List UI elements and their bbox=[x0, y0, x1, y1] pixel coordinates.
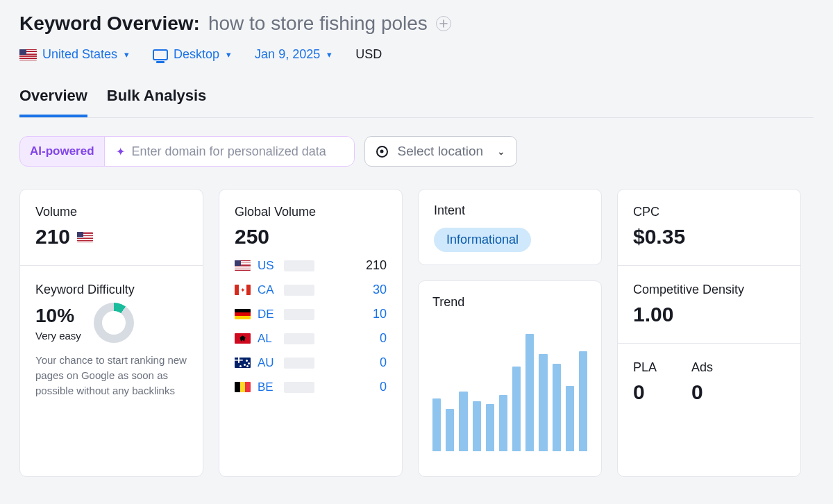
location-select-placeholder: Select location bbox=[398, 144, 484, 159]
keyword-difficulty-description: Your chance to start ranking new pages o… bbox=[35, 353, 187, 398]
chevron-down-icon: ⌄ bbox=[497, 146, 505, 157]
country-volume-value[interactable]: 30 bbox=[373, 283, 387, 297]
country-filter[interactable]: United States ▾ bbox=[19, 47, 129, 62]
tab-overview[interactable]: Overview bbox=[19, 87, 87, 117]
competitive-density-label: Competitive Density bbox=[633, 283, 785, 297]
trend-bar bbox=[512, 367, 521, 451]
global-volume-row: US210 bbox=[235, 258, 387, 273]
volume-value: 210 bbox=[35, 225, 70, 249]
cpc-card: CPC $0.35 Competitive Density 1.00 PLA 0… bbox=[617, 189, 801, 477]
intent-label: Intent bbox=[434, 203, 586, 218]
sparkle-icon: ✦ bbox=[116, 145, 125, 158]
ai-powered-badge: AI-powered bbox=[20, 144, 104, 158]
date-filter-label: Jan 9, 2025 bbox=[255, 47, 320, 62]
desktop-icon bbox=[153, 49, 168, 60]
intent-value-pill: Informational bbox=[434, 228, 531, 252]
country-code: AL bbox=[258, 332, 277, 346]
global-volume-row: AL0 bbox=[235, 331, 387, 346]
volume-bar bbox=[284, 309, 314, 320]
page-title-label: Keyword Overview: bbox=[19, 12, 200, 35]
volume-bar bbox=[284, 333, 314, 344]
pla-value: 0 bbox=[633, 380, 657, 404]
global-volume-row: BE0 bbox=[235, 380, 387, 394]
chevron-down-icon: ▾ bbox=[124, 49, 129, 60]
domain-input-placeholder: Enter domain for personalized data bbox=[132, 144, 326, 159]
trend-bar bbox=[525, 334, 534, 451]
volume-label: Volume bbox=[35, 205, 187, 219]
country-code: AU bbox=[258, 356, 277, 370]
trend-bar bbox=[459, 392, 467, 451]
country-volume-value[interactable]: 0 bbox=[380, 331, 387, 346]
trend-bar bbox=[432, 398, 441, 451]
trend-bar bbox=[486, 404, 494, 451]
flag-us-icon bbox=[77, 232, 93, 242]
keyword-difficulty-donut bbox=[94, 303, 134, 343]
currency-label: USD bbox=[355, 47, 382, 62]
global-volume-row: AU0 bbox=[235, 355, 387, 370]
trend-label: Trend bbox=[432, 295, 587, 310]
volume-bar bbox=[284, 358, 314, 369]
country-code: US bbox=[258, 259, 277, 273]
country-volume-value: 210 bbox=[366, 258, 387, 273]
country-filter-label: United States bbox=[42, 47, 117, 62]
chevron-down-icon: ▾ bbox=[327, 49, 332, 60]
keyword-difficulty-value: 10% bbox=[35, 305, 81, 327]
date-filter[interactable]: Jan 9, 2025 ▾ bbox=[255, 47, 332, 62]
location-pin-icon bbox=[376, 146, 388, 158]
flag-us-icon bbox=[19, 49, 37, 60]
global-volume-card: Global Volume 250 US210✦CA30DE10AL0AU0BE… bbox=[219, 189, 403, 477]
competitive-density-value: 1.00 bbox=[633, 303, 785, 326]
pla-label: PLA bbox=[633, 360, 657, 375]
trend-card: Trend bbox=[418, 280, 602, 477]
volume-bar bbox=[284, 382, 314, 393]
domain-input[interactable]: ✦ Enter domain for personalized data bbox=[104, 137, 354, 166]
trend-bar bbox=[566, 386, 574, 451]
trend-chart bbox=[432, 326, 587, 451]
tabs: Overview Bulk Analysis bbox=[19, 87, 814, 118]
trend-bar bbox=[539, 354, 547, 451]
country-volume-value[interactable]: 10 bbox=[373, 307, 387, 321]
global-volume-label: Global Volume bbox=[235, 205, 387, 219]
keyword-difficulty-rating: Very easy bbox=[35, 330, 81, 342]
country-volume-value[interactable]: 0 bbox=[380, 380, 387, 394]
volume-bar bbox=[284, 260, 314, 271]
trend-bar bbox=[499, 395, 507, 451]
country-code: BE bbox=[258, 380, 277, 394]
page-title-keyword: how to store fishing poles bbox=[208, 12, 428, 35]
trend-bar bbox=[473, 401, 481, 451]
trend-bar bbox=[579, 351, 587, 451]
country-volume-value[interactable]: 0 bbox=[380, 355, 387, 370]
volume-card: Volume 210 Keyword Difficulty 10% Very e… bbox=[19, 189, 203, 477]
flag-be-icon bbox=[235, 382, 251, 392]
flag-de-icon bbox=[235, 309, 251, 319]
chevron-down-icon: ▾ bbox=[226, 49, 231, 60]
intent-card: Intent Informational bbox=[418, 189, 602, 265]
keyword-difficulty-label: Keyword Difficulty bbox=[35, 283, 187, 297]
tab-bulk-analysis[interactable]: Bulk Analysis bbox=[107, 87, 206, 117]
ads-label: Ads bbox=[691, 360, 713, 375]
trend-bar bbox=[446, 409, 454, 451]
add-keyword-button[interactable] bbox=[436, 16, 451, 31]
flag-us-icon bbox=[235, 260, 251, 271]
global-volume-row: DE10 bbox=[235, 307, 387, 321]
ai-domain-input-group: AI-powered ✦ Enter domain for personaliz… bbox=[19, 136, 355, 167]
country-code: DE bbox=[258, 308, 277, 321]
plus-icon bbox=[439, 19, 448, 28]
flag-au-icon bbox=[235, 358, 251, 368]
cpc-label: CPC bbox=[633, 205, 785, 219]
volume-bar bbox=[284, 285, 314, 296]
device-filter-label: Desktop bbox=[174, 47, 219, 62]
device-filter[interactable]: Desktop ▾ bbox=[153, 47, 231, 62]
global-volume-row: ✦CA30 bbox=[235, 283, 387, 297]
ads-value: 0 bbox=[691, 380, 713, 404]
location-select[interactable]: Select location ⌄ bbox=[364, 136, 518, 167]
trend-bar bbox=[553, 364, 561, 451]
country-code: CA bbox=[258, 283, 277, 297]
global-volume-value: 250 bbox=[235, 225, 387, 249]
flag-al-icon bbox=[235, 333, 251, 344]
flag-ca-icon: ✦ bbox=[235, 285, 251, 295]
cpc-value: $0.35 bbox=[633, 225, 785, 249]
